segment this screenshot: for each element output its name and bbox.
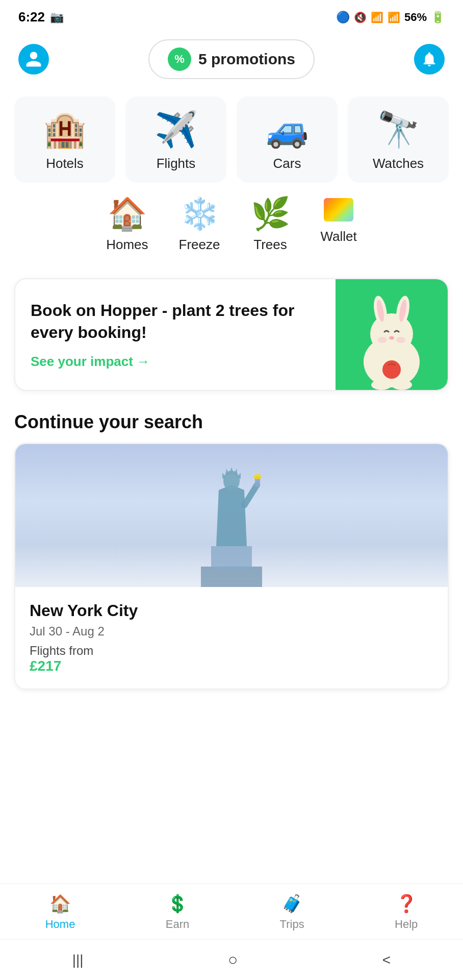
- homes-icon: 🏠: [108, 198, 147, 230]
- watches-icon: 🔭: [377, 112, 420, 146]
- nav-help-label: Help: [395, 918, 418, 931]
- battery-icon: 🔋: [431, 11, 445, 24]
- bunny-svg: [346, 283, 438, 390]
- svg-point-7: [378, 337, 387, 343]
- system-nav: ||| ○ <: [0, 939, 463, 980]
- nav-help[interactable]: ❓ Help: [395, 893, 418, 931]
- cars-icon: 🚙: [266, 112, 309, 146]
- category-wallet[interactable]: Wallet: [321, 198, 357, 253]
- wallet-label: Wallet: [321, 229, 357, 244]
- bottom-nav: 🏠 Home 💲 Earn 🧳 Trips ❓ Help: [0, 884, 463, 939]
- search-card-info: New York City Jul 30 - Aug 2 Flights fro…: [15, 587, 448, 689]
- watches-label: Watches: [373, 156, 424, 172]
- svg-marker-16: [216, 485, 247, 546]
- category-cars[interactable]: 🚙 Cars: [237, 96, 338, 183]
- camera-icon: 📷: [50, 11, 64, 24]
- svg-point-11: [382, 360, 401, 379]
- help-icon: ❓: [396, 893, 417, 914]
- flight-price: £217: [30, 658, 433, 674]
- destination-city: New York City: [30, 601, 433, 620]
- wallet-card-icon: [324, 198, 353, 222]
- promo-text-area: Book on Hopper - plant 2 trees for every…: [15, 279, 336, 390]
- nav-home[interactable]: 🏠 Home: [45, 893, 75, 931]
- continue-search-title: Continue your search: [0, 406, 463, 443]
- back-button[interactable]: <: [382, 952, 391, 968]
- travel-dates: Jul 30 - Aug 2: [30, 624, 433, 639]
- svg-rect-14: [201, 567, 262, 587]
- trees-label: Trees: [253, 237, 287, 253]
- mute-icon: 🔇: [354, 11, 367, 23]
- status-icons: 🔵 🔇 📶 📶 56% 🔋: [336, 11, 445, 24]
- notification-bell-button[interactable]: [414, 44, 445, 75]
- recent-apps-button[interactable]: |||: [72, 952, 84, 968]
- svg-point-13: [392, 380, 412, 390]
- home-icon: 🏠: [49, 893, 71, 914]
- home-button[interactable]: ○: [228, 950, 238, 969]
- promotions-label: 5 promotions: [198, 51, 295, 68]
- category-watches[interactable]: 🔭 Watches: [348, 96, 449, 183]
- homes-label: Homes: [106, 237, 148, 253]
- nav-trips[interactable]: 🧳 Trips: [280, 893, 304, 931]
- battery-text: 56%: [404, 11, 427, 24]
- svg-point-12: [371, 380, 392, 390]
- freeze-label: Freeze: [179, 237, 220, 253]
- category-trees[interactable]: 🌿 Trees: [251, 198, 290, 253]
- flights-label: Flights: [157, 156, 196, 172]
- hotels-label: Hotels: [46, 156, 84, 172]
- trees-icon: 🌿: [251, 198, 290, 230]
- svg-marker-18: [229, 467, 234, 474]
- svg-rect-15: [211, 546, 252, 569]
- category-freeze[interactable]: ❄️ Freeze: [179, 198, 220, 253]
- svg-point-6: [389, 336, 394, 340]
- svg-line-23: [244, 485, 257, 505]
- flights-from-text: Flights from: [30, 644, 433, 658]
- bluetooth-icon: 🔵: [336, 11, 350, 24]
- promo-title: Book on Hopper - plant 2 trees for every…: [31, 300, 320, 344]
- statue-of-liberty-svg: [191, 444, 272, 587]
- nav-home-label: Home: [45, 918, 75, 931]
- promotions-button[interactable]: % 5 promotions: [148, 39, 315, 79]
- cars-label: Cars: [273, 156, 301, 172]
- bell-icon: [421, 51, 438, 68]
- status-bar: 6:22 📷 🔵 🔇 📶 📶 56% 🔋: [0, 0, 463, 30]
- nav-earn[interactable]: 💲 Earn: [166, 893, 189, 931]
- svg-point-8: [396, 337, 405, 343]
- promo-banner[interactable]: Book on Hopper - plant 2 trees for every…: [14, 278, 449, 391]
- person-icon: [24, 50, 43, 68]
- second-row: 🏠 Homes ❄️ Freeze 🌿 Trees Wallet: [0, 193, 463, 268]
- trips-icon: 🧳: [281, 893, 303, 914]
- category-flights[interactable]: ✈️ Flights: [125, 96, 226, 183]
- freeze-icon: ❄️: [180, 198, 219, 230]
- promo-badge-icon: %: [168, 47, 191, 71]
- wifi-icon: 📶: [371, 11, 383, 23]
- search-card-nyc[interactable]: New York City Jul 30 - Aug 2 Flights fro…: [14, 443, 449, 690]
- flights-icon: ✈️: [155, 112, 198, 146]
- header: % 5 promotions: [0, 30, 463, 91]
- hotels-icon: 🏨: [43, 112, 87, 146]
- earn-icon: 💲: [167, 893, 188, 914]
- signal-icon: 📶: [388, 11, 400, 23]
- nav-trips-label: Trips: [280, 918, 304, 931]
- avatar-button[interactable]: [18, 44, 49, 75]
- promo-bunny-image: [336, 279, 448, 390]
- status-time: 6:22 📷: [18, 9, 64, 25]
- svg-point-25: [253, 474, 262, 479]
- search-card-image: [15, 444, 448, 587]
- category-grid: 🏨 Hotels ✈️ Flights 🚙 Cars 🔭 Watches: [0, 91, 463, 193]
- see-impact-link[interactable]: See your impact →: [31, 354, 320, 370]
- nav-earn-label: Earn: [166, 918, 189, 931]
- category-hotels[interactable]: 🏨 Hotels: [14, 96, 115, 183]
- category-homes[interactable]: 🏠 Homes: [106, 198, 148, 253]
